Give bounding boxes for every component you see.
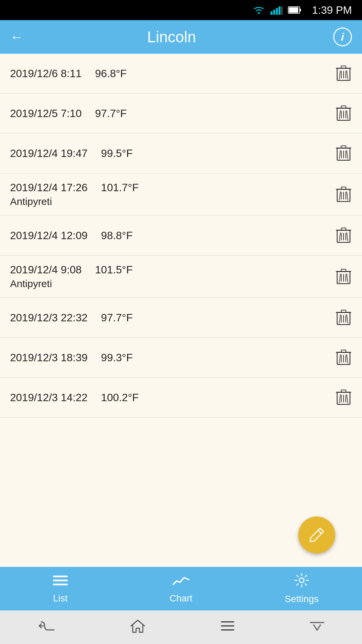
delete-button[interactable]: [332, 142, 355, 165]
list-item-main: 2019/12/4 9:08 101.5°F: [10, 264, 332, 276]
svg-point-0: [258, 12, 260, 14]
svg-rect-43: [341, 228, 346, 230]
svg-rect-19: [341, 106, 346, 108]
tab-list[interactable]: List: [0, 574, 121, 604]
svg-line-64: [347, 315, 348, 323]
svg-rect-7: [300, 9, 301, 11]
svg-rect-11: [341, 66, 346, 68]
item-temp: 101.7°F: [101, 181, 138, 194]
status-icons: 1:39 PM: [252, 4, 352, 16]
list-item-content: 2019/12/6 8:11 96.8°F: [10, 67, 332, 80]
svg-rect-2: [273, 10, 275, 15]
item-datetime: 2019/12/3 14:22: [10, 391, 87, 404]
table-row: 2019/12/3 22:32 97.7°F: [0, 298, 362, 338]
item-temp: 98.8°F: [101, 229, 133, 242]
item-datetime: 2019/12/4 9:08: [10, 264, 82, 276]
info-icon: i: [341, 31, 344, 43]
tab-list-label: List: [53, 593, 68, 604]
item-note: Antipyreti: [10, 278, 332, 289]
header: ← Lincoln i: [0, 20, 362, 54]
header-title: Lincoln: [30, 28, 313, 46]
list-item-main: 2019/12/4 17:26 101.7°F: [10, 181, 332, 194]
nav-back-button[interactable]: [37, 619, 57, 636]
svg-line-72: [347, 355, 348, 363]
svg-rect-88: [221, 629, 234, 631]
delete-button[interactable]: [332, 224, 355, 247]
svg-line-47: [339, 232, 340, 241]
table-row: 2019/12/6 8:11 96.8°F: [0, 54, 362, 94]
svg-rect-86: [221, 621, 234, 623]
status-bar: 1:39 PM: [0, 0, 362, 20]
table-row: 2019/12/4 12:09 98.8°F: [0, 216, 362, 256]
delete-button[interactable]: [332, 265, 355, 288]
bottom-tabs: List Chart Settings: [0, 567, 362, 610]
tab-settings[interactable]: Settings: [241, 573, 362, 604]
item-note: Antipyreti: [10, 196, 332, 207]
table-row: 2019/12/5 7:10 97.7°F: [0, 94, 362, 133]
tab-chart-label: Chart: [170, 593, 192, 604]
svg-rect-59: [341, 310, 346, 312]
wifi-icon: [252, 5, 265, 15]
item-temp: 99.3°F: [101, 352, 133, 364]
pencil-icon: [308, 526, 325, 544]
back-button[interactable]: ←: [10, 30, 23, 45]
svg-rect-83: [53, 580, 68, 581]
list-item-content: 2019/12/3 18:39 99.3°F: [10, 352, 332, 364]
svg-line-56: [347, 274, 348, 282]
svg-line-55: [339, 274, 340, 282]
nav-home-button[interactable]: [129, 618, 146, 637]
trash-icon: [335, 227, 352, 244]
table-row: 2019/12/4 19:47 99.5°F: [0, 133, 362, 173]
delete-button[interactable]: [332, 183, 355, 206]
svg-line-15: [339, 70, 340, 79]
svg-rect-67: [341, 350, 346, 352]
item-datetime: 2019/12/4 19:47: [10, 147, 87, 160]
fab-edit-button[interactable]: [298, 517, 335, 553]
trash-icon: [335, 65, 352, 82]
item-datetime: 2019/12/4 17:26: [10, 181, 87, 194]
list-item-content: 2019/12/4 9:08 101.5°F Antipyreti: [10, 264, 332, 289]
item-temp: 97.7°F: [95, 107, 127, 120]
svg-rect-27: [341, 146, 346, 148]
table-row: 2019/12/4 17:26 101.7°F Antipyreti: [0, 173, 362, 216]
svg-rect-8: [289, 7, 298, 13]
item-datetime: 2019/12/6 8:11: [10, 67, 82, 80]
item-datetime: 2019/12/5 7:10: [10, 107, 82, 120]
item-datetime: 2019/12/3 18:39: [10, 352, 87, 364]
table-row: 2019/12/3 18:39 99.3°F: [0, 338, 362, 378]
table-row: 2019/12/4 9:08 101.5°F Antipyreti: [0, 256, 362, 298]
signal-icon: [270, 5, 283, 15]
nav-bar: [0, 610, 362, 644]
temperature-list: 2019/12/6 8:11 96.8°F: [0, 54, 362, 567]
svg-rect-3: [276, 8, 278, 15]
nav-down-button[interactable]: [309, 618, 325, 637]
list-item-content: 2019/12/4 17:26 101.7°F Antipyreti: [10, 181, 332, 207]
svg-line-80: [339, 394, 340, 403]
status-time: 1:39 PM: [312, 4, 352, 16]
list-item-main: 2019/12/3 22:32 97.7°F: [10, 312, 332, 324]
delete-button[interactable]: [332, 306, 355, 329]
delete-button[interactable]: [332, 62, 355, 85]
svg-rect-51: [341, 269, 346, 271]
trash-icon: [335, 309, 352, 326]
list-item-main: 2019/12/4 19:47 99.5°F: [10, 147, 332, 160]
trash-icon: [335, 105, 352, 122]
svg-line-81: [347, 394, 348, 403]
delete-button[interactable]: [332, 386, 355, 409]
nav-menu-button[interactable]: [219, 619, 236, 636]
svg-line-48: [347, 232, 348, 241]
list-item-main: 2019/12/6 8:11 96.8°F: [10, 67, 332, 80]
list-item-content: 2019/12/3 22:32 97.7°F: [10, 312, 332, 324]
svg-rect-87: [221, 625, 234, 627]
tab-chart[interactable]: Chart: [121, 574, 241, 604]
item-temp: 100.2°F: [101, 391, 138, 404]
list-item-content: 2019/12/5 7:10 97.7°F: [10, 107, 332, 120]
delete-button[interactable]: [332, 102, 355, 125]
battery-icon: [288, 6, 301, 14]
info-button[interactable]: i: [333, 28, 352, 46]
item-datetime: 2019/12/4 12:09: [10, 229, 87, 242]
delete-button[interactable]: [332, 346, 355, 369]
list-item-main: 2019/12/4 12:09 98.8°F: [10, 229, 332, 242]
settings-icon: [294, 573, 309, 591]
item-temp: 99.5°F: [101, 147, 133, 160]
